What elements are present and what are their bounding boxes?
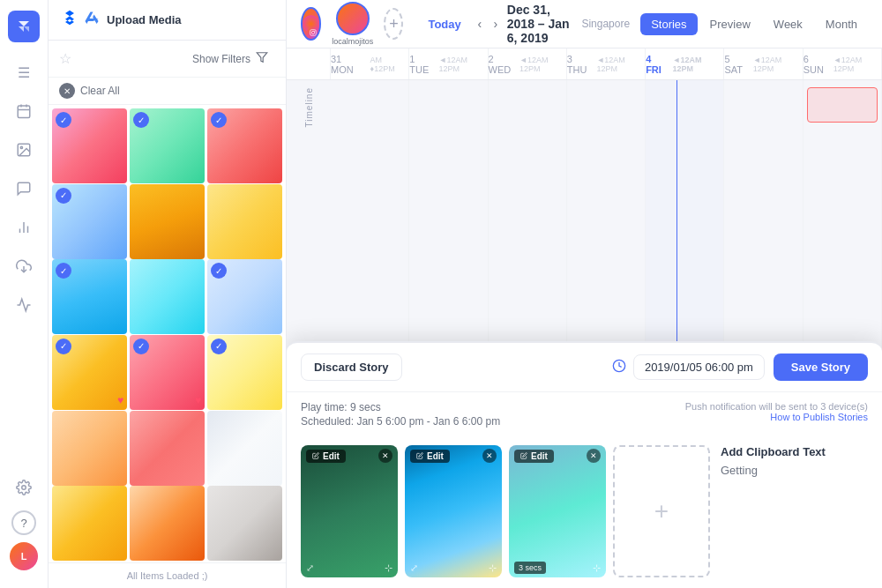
push-notification-label: Push notification will be sent to 3 devi… [685, 401, 868, 412]
expand-icon-2: ⤢ [410, 562, 418, 574]
list-item[interactable] [130, 184, 205, 259]
favorite-icon[interactable]: ☆ [59, 50, 71, 67]
thumb-bottom-2: ⤢ ⊹ [405, 559, 502, 577]
media-header: Upload Media [49, 0, 286, 41]
story-clipboard: Add Clipboard Text Getting [721, 445, 882, 577]
clipboard-text[interactable]: Getting [721, 464, 882, 477]
calendar-panel: localmojitos + Today ‹ › Dec 31, 2018 – … [287, 0, 882, 588]
show-filters-label: Show Filters [192, 53, 250, 65]
list-item[interactable]: ✓ [207, 108, 282, 183]
svg-point-5 [20, 146, 22, 148]
view-tabs: Stories Preview Week Month [640, 13, 868, 35]
sidebar-hamburger-icon[interactable]: ☰ [8, 56, 40, 88]
instagram-icon [307, 26, 319, 39]
svg-point-10 [22, 486, 26, 490]
thumb-bottom-1: ⤢ ⊹ [301, 559, 398, 577]
dropbox-icon [61, 9, 78, 31]
tab-preview[interactable]: Preview [699, 13, 761, 35]
profile-avatar[interactable] [301, 7, 321, 41]
edit-label-1: Edit [323, 451, 340, 461]
list-item[interactable] [207, 184, 282, 259]
svg-point-14 [312, 31, 315, 33]
list-item[interactable] [207, 411, 282, 486]
calendar-days-header: 31 MONAM ♦12PM 1 TUE◄12AM 12PM 2 WED◄12A… [287, 48, 882, 80]
sidebar-chat-icon[interactable] [8, 173, 40, 205]
sidebar-activity-icon[interactable] [8, 289, 40, 321]
how-to-publish-link[interactable]: How to Publish Stories [770, 412, 868, 422]
schedule-time-section: 2019/01/05 06:00 pm [612, 354, 765, 380]
heart-icon: ♥ [117, 394, 123, 406]
edit-badge-1[interactable]: Edit [306, 450, 346, 463]
sidebar-help-icon[interactable]: ? [11, 510, 36, 535]
play-time-label: Play time: 9 secs [301, 401, 685, 413]
thumb-duration-3: 3 secs [514, 562, 546, 574]
thumb-close-2[interactable]: ✕ [482, 449, 497, 463]
upload-button[interactable]: Upload Media [61, 9, 182, 31]
clock-icon [612, 359, 626, 376]
sidebar: ☰ ? L [0, 0, 49, 588]
list-item[interactable] [130, 259, 205, 334]
story-thumb-3[interactable]: Edit ✕ 3 secs ⊹ [509, 445, 606, 577]
clear-all-button[interactable]: ✕ [59, 83, 75, 99]
media-check-icon: ✓ [211, 112, 227, 128]
edit-badge-2[interactable]: Edit [410, 450, 450, 463]
sidebar-download-icon[interactable] [8, 250, 40, 282]
today-button[interactable]: Today [421, 14, 467, 34]
add-story-button[interactable]: + [613, 445, 710, 577]
tab-stories[interactable]: Stories [640, 13, 697, 35]
story-thumb-1[interactable]: Edit ✕ ⤢ ⊹ [301, 445, 398, 577]
thumb-close-1[interactable]: ✕ [378, 449, 392, 463]
location-label: Singapore [581, 18, 630, 30]
story-thumbs: Edit ✕ ⤢ ⊹ [301, 445, 710, 577]
list-item[interactable] [52, 486, 127, 561]
list-item[interactable]: ✓ ♥ [130, 335, 205, 410]
list-item[interactable] [207, 486, 282, 561]
expand-icon-3: ⊹ [593, 562, 601, 574]
schedule-time-input[interactable]: 2019/01/05 06:00 pm [633, 354, 765, 380]
list-item[interactable]: ✓ [130, 108, 205, 183]
story-modal-content: Edit ✕ ⤢ ⊹ [287, 438, 882, 588]
svg-point-15 [315, 31, 316, 32]
user-avatar[interactable]: L [10, 542, 38, 570]
show-filters-button[interactable]: Show Filters [185, 48, 275, 70]
list-item[interactable] [130, 411, 205, 486]
day-label-mon: 31 MONAM ♦12PM [331, 48, 409, 79]
scheduled-label: Scheduled: Jan 5 6:00 pm - Jan 6 6:00 pm [301, 415, 685, 428]
sidebar-settings-icon[interactable] [8, 472, 40, 503]
clipboard-title: Add Clipboard Text [721, 445, 882, 458]
upload-label: Upload Media [107, 13, 182, 26]
save-story-button[interactable]: Save Story [774, 354, 868, 381]
list-item[interactable]: ✓ [52, 108, 127, 183]
list-item[interactable]: ✓ [52, 259, 127, 334]
list-item[interactable]: ✓ [52, 184, 127, 259]
story-thumb-2[interactable]: Edit ✕ ⤢ ⊹ [405, 445, 502, 577]
filter-icon [256, 51, 268, 66]
profile-button[interactable] [336, 2, 370, 35]
thumb-close-3[interactable]: ✕ [587, 449, 601, 463]
svg-marker-11 [257, 53, 267, 63]
add-account-button[interactable]: + [384, 8, 403, 40]
media-check-icon: ✓ [56, 339, 71, 354]
tab-month[interactable]: Month [815, 13, 868, 35]
story-card[interactable] [807, 87, 878, 123]
story-modal: Discard Story 2019/01/05 06:00 pm Save S… [287, 341, 882, 588]
prev-arrow[interactable]: ‹ [475, 13, 484, 34]
list-item[interactable]: ✓ [207, 259, 282, 334]
sidebar-image-icon[interactable] [8, 134, 40, 166]
move-icon-1: ⊹ [385, 562, 392, 574]
next-arrow[interactable]: › [491, 13, 500, 34]
svg-rect-13 [310, 30, 317, 36]
edit-badge-3[interactable]: Edit [514, 450, 554, 463]
tab-week[interactable]: Week [763, 13, 813, 35]
sidebar-calendar-icon[interactable] [8, 95, 40, 127]
svg-rect-0 [18, 106, 30, 118]
sidebar-chart-icon[interactable] [8, 212, 40, 243]
list-item[interactable]: ✓ ♥ [52, 335, 127, 410]
heart-icon: ♥ [195, 394, 201, 406]
all-loaded-label: All Items Loaded ;) [127, 570, 208, 581]
edit-label-2: Edit [427, 451, 444, 461]
list-item[interactable] [52, 411, 127, 486]
discard-story-button[interactable]: Discard Story [301, 354, 402, 381]
list-item[interactable] [130, 486, 205, 561]
list-item[interactable]: ✓ [207, 335, 282, 410]
